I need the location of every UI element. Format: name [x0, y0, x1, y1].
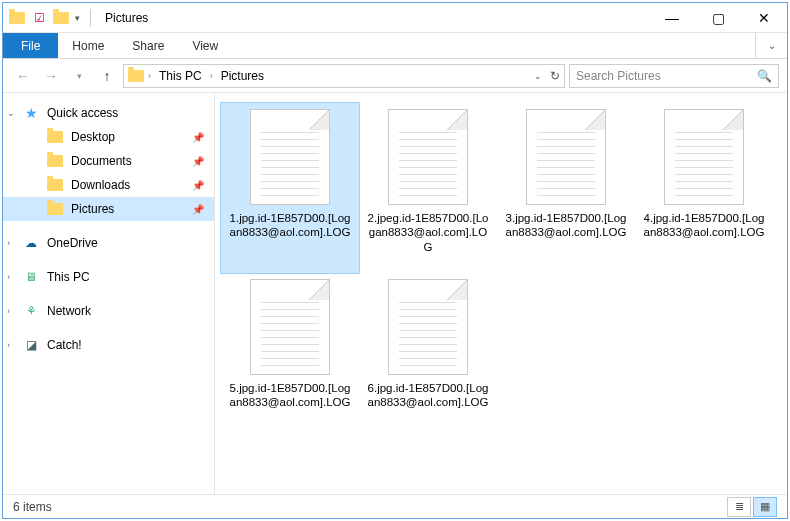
view-icons-button[interactable]: ▦ — [753, 497, 777, 517]
nav-downloads[interactable]: Downloads 📌 — [3, 173, 214, 197]
nav-documents[interactable]: Documents 📌 — [3, 149, 214, 173]
view-details-button[interactable]: ≣ — [727, 497, 751, 517]
search-icon: 🔍 — [757, 69, 772, 83]
chevron-right-icon[interactable]: › — [7, 340, 10, 350]
file-list[interactable]: 1.jpg.id-1E857D00.[Logan8833@aol.com].LO… — [215, 93, 787, 494]
search-placeholder: Search Pictures — [576, 69, 661, 83]
back-button[interactable]: ← — [11, 64, 35, 88]
crumb-this-pc[interactable]: This PC — [155, 69, 206, 83]
chevron-right-icon[interactable]: › — [7, 238, 10, 248]
address-chevron-icon[interactable]: ⌄ — [534, 71, 542, 81]
minimize-button[interactable]: — — [649, 3, 695, 33]
tab-share[interactable]: Share — [118, 33, 178, 58]
qat-properties-icon[interactable]: ☑ — [31, 10, 47, 26]
log-file-icon — [388, 109, 468, 205]
recent-chevron-icon[interactable]: ▾ — [67, 64, 91, 88]
crumb-pictures[interactable]: Pictures — [217, 69, 268, 83]
star-icon: ★ — [23, 105, 39, 121]
nav-quick-access[interactable]: ⌄ ★ Quick access — [3, 101, 214, 125]
catch-icon: ◪ — [23, 337, 39, 353]
app-icon — [9, 10, 25, 26]
folder-icon — [47, 201, 63, 217]
qat-dropdown-icon[interactable] — [53, 10, 69, 26]
file-item[interactable]: 1.jpg.id-1E857D00.[Logan8833@aol.com].LO… — [221, 103, 359, 273]
file-name: 2.jpeg.id-1E857D00.[Logan8833@aol.com].L… — [363, 211, 493, 254]
pin-icon: 📌 — [192, 204, 204, 215]
nav-desktop[interactable]: Desktop 📌 — [3, 125, 214, 149]
item-count: 6 items — [13, 500, 52, 514]
file-item[interactable]: 6.jpg.id-1E857D00.[Logan8833@aol.com].LO… — [359, 273, 497, 443]
file-name: 1.jpg.id-1E857D00.[Logan8833@aol.com].LO… — [225, 211, 355, 240]
file-tab[interactable]: File — [3, 33, 58, 58]
ribbon-tabs: File Home Share View ⌄ — [3, 33, 787, 59]
file-name: 3.jpg.id-1E857D00.[Logan8833@aol.com].LO… — [501, 211, 631, 240]
file-name: 5.jpg.id-1E857D00.[Logan8833@aol.com].LO… — [225, 381, 355, 410]
tab-view[interactable]: View — [178, 33, 232, 58]
log-file-icon — [250, 109, 330, 205]
pin-icon: 📌 — [192, 180, 204, 191]
crumb-sep-icon: › — [148, 71, 151, 81]
log-file-icon — [388, 279, 468, 375]
navigation-pane: ⌄ ★ Quick access Desktop 📌 Documents 📌 D… — [3, 93, 215, 494]
nav-this-pc[interactable]: › 🖥 This PC — [3, 265, 214, 289]
qat-chevron-icon[interactable]: ▾ — [75, 13, 80, 23]
crumb-sep-icon: › — [210, 71, 213, 81]
log-file-icon — [250, 279, 330, 375]
explorer-window: ☑ ▾ Pictures — ▢ ✕ File Home Share View … — [2, 2, 788, 519]
ribbon-expand-icon[interactable]: ⌄ — [755, 33, 787, 58]
nav-catch[interactable]: › ◪ Catch! — [3, 333, 214, 357]
pin-icon: 📌 — [192, 156, 204, 167]
log-file-icon — [664, 109, 744, 205]
log-file-icon — [526, 109, 606, 205]
pc-icon: 🖥 — [23, 269, 39, 285]
chevron-right-icon[interactable]: › — [7, 306, 10, 316]
file-item[interactable]: 5.jpg.id-1E857D00.[Logan8833@aol.com].LO… — [221, 273, 359, 443]
close-button[interactable]: ✕ — [741, 3, 787, 33]
chevron-down-icon[interactable]: ⌄ — [7, 108, 15, 118]
maximize-button[interactable]: ▢ — [695, 3, 741, 33]
nav-onedrive[interactable]: › ☁ OneDrive — [3, 231, 214, 255]
nav-network[interactable]: › ⚘ Network — [3, 299, 214, 323]
tab-home[interactable]: Home — [58, 33, 118, 58]
address-toolbar: ← → ▾ ↑ › This PC › Pictures ⌄ ↻ Search … — [3, 59, 787, 93]
address-folder-icon — [128, 68, 144, 84]
nav-pictures[interactable]: Pictures 📌 — [3, 197, 214, 221]
file-name: 4.jpg.id-1E857D00.[Logan8833@aol.com].LO… — [639, 211, 769, 240]
search-input[interactable]: Search Pictures 🔍 — [569, 64, 779, 88]
network-icon: ⚘ — [23, 303, 39, 319]
folder-icon — [47, 129, 63, 145]
status-bar: 6 items ≣ ▦ — [3, 494, 787, 518]
pin-icon: 📌 — [192, 132, 204, 143]
forward-button[interactable]: → — [39, 64, 63, 88]
file-item[interactable]: 2.jpeg.id-1E857D00.[Logan8833@aol.com].L… — [359, 103, 497, 273]
onedrive-icon: ☁ — [23, 235, 39, 251]
chevron-right-icon[interactable]: › — [7, 272, 10, 282]
file-item[interactable]: 3.jpg.id-1E857D00.[Logan8833@aol.com].LO… — [497, 103, 635, 273]
file-item[interactable]: 4.jpg.id-1E857D00.[Logan8833@aol.com].LO… — [635, 103, 773, 273]
file-name: 6.jpg.id-1E857D00.[Logan8833@aol.com].LO… — [363, 381, 493, 410]
folder-icon — [47, 177, 63, 193]
folder-icon — [47, 153, 63, 169]
address-bar[interactable]: › This PC › Pictures ⌄ ↻ — [123, 64, 565, 88]
refresh-icon[interactable]: ↻ — [550, 69, 560, 83]
titlebar: ☑ ▾ Pictures — ▢ ✕ — [3, 3, 787, 33]
window-title: Pictures — [101, 11, 148, 25]
up-button[interactable]: ↑ — [95, 64, 119, 88]
